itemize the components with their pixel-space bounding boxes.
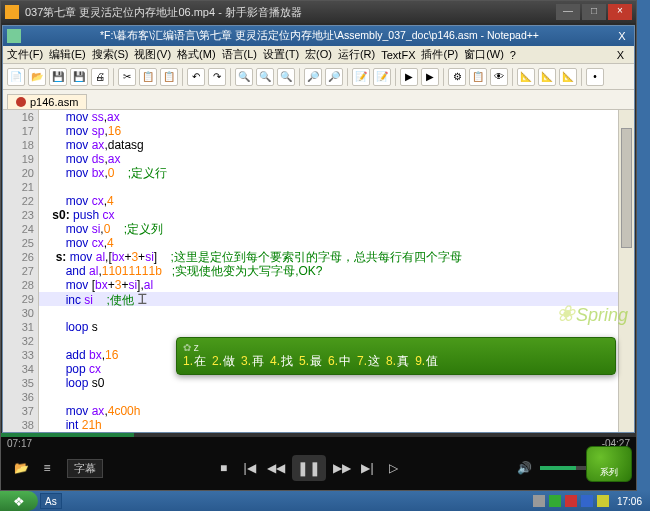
open-file-button[interactable]: 📂 <box>11 458 31 478</box>
progress-fill <box>1 433 134 437</box>
toolbar-button[interactable]: 📐 <box>559 68 577 86</box>
menu-item[interactable]: 插件(P) <box>421 47 458 62</box>
ime-candidate[interactable]: 4.找 <box>270 353 293 370</box>
toolbar-button[interactable]: 🔍 <box>277 68 295 86</box>
ime-candidate[interactable]: 3.再 <box>241 353 264 370</box>
ime-candidate[interactable]: 5.最 <box>299 353 322 370</box>
toolbar-button[interactable]: 📄 <box>7 68 25 86</box>
toolbar-button[interactable]: ⚙ <box>448 68 466 86</box>
player-window: 037第七章 更灵活定位内存地址06.mp4 - 射手影音播放器 — □ × *… <box>0 0 637 491</box>
toolbar-button[interactable]: 📐 <box>517 68 535 86</box>
toolbar-button[interactable]: ✂ <box>118 68 136 86</box>
player-min-button[interactable]: — <box>556 4 580 20</box>
toolbar-button[interactable]: 🔍 <box>235 68 253 86</box>
toolbar-button[interactable]: 👁 <box>490 68 508 86</box>
ime-candidate[interactable]: 1.在 <box>183 353 206 370</box>
toolbar-button[interactable]: 📝 <box>373 68 391 86</box>
toolbar-button[interactable]: 📋 <box>469 68 487 86</box>
playlist-button[interactable]: ≡ <box>37 458 57 478</box>
menu-item[interactable]: 搜索(S) <box>92 47 129 62</box>
subtitle-button[interactable]: 字幕 <box>67 459 103 478</box>
rewind-button[interactable]: ◀◀ <box>266 458 286 478</box>
tray-icon[interactable] <box>533 495 545 507</box>
mute-button[interactable]: 🔊 <box>514 458 534 478</box>
tray-icon[interactable] <box>581 495 593 507</box>
np-title: *F:\暮布客\汇编语言\第七章 更灵活定位内存地址\Assembly_037_… <box>25 29 614 43</box>
ime-candidates[interactable]: 1.在2.做3.再4.找5.最6.中7.这8.真9.值 <box>183 353 609 370</box>
toolbar-separator <box>395 68 396 86</box>
ime-candidate[interactable]: 8.真 <box>386 353 409 370</box>
volume-fill <box>540 466 576 470</box>
line-number-gutter: 1617181920212223242526272829303132333435… <box>3 110 39 432</box>
tray-icon[interactable] <box>565 495 577 507</box>
toolbar-button[interactable]: 📂 <box>28 68 46 86</box>
np-editor[interactable]: 1617181920212223242526272829303132333435… <box>3 110 634 432</box>
watermark-decor: Spring <box>556 301 626 341</box>
toolbar-button[interactable]: 💾 <box>70 68 88 86</box>
toolbar-separator <box>113 68 114 86</box>
player-max-button[interactable]: □ <box>582 4 606 20</box>
menu-item[interactable]: 窗口(W) <box>464 47 504 62</box>
unsaved-dot-icon <box>16 97 26 107</box>
np-menubar: 文件(F)编辑(E)搜索(S)视图(V)格式(M)语言(L)设置(T)宏(O)运… <box>3 46 634 64</box>
menu-item[interactable]: TextFX <box>381 49 415 61</box>
play-pause-button[interactable]: ❚❚ <box>292 455 326 481</box>
toolbar-button[interactable]: ▶ <box>400 68 418 86</box>
np-titlebar: *F:\暮布客\汇编语言\第七章 更灵活定位内存地址\Assembly_037_… <box>3 26 634 46</box>
toolbar-button[interactable]: 📋 <box>139 68 157 86</box>
menu-item[interactable]: 视图(V) <box>134 47 171 62</box>
toolbar-separator <box>347 68 348 86</box>
player-close-button[interactable]: × <box>608 4 632 20</box>
menu-item[interactable]: ? <box>510 49 516 61</box>
forward-button[interactable]: ▶▶ <box>332 458 352 478</box>
windows-taskbar: ❖ As 17:06 <box>0 491 650 511</box>
toolbar-button[interactable]: 🖨 <box>91 68 109 86</box>
ime-candidate-bar[interactable]: ✿ z 1.在2.做3.再4.找5.最6.中7.这8.真9.值 <box>176 337 616 375</box>
toolbar-button[interactable]: ▶ <box>421 68 439 86</box>
taskbar-item[interactable]: As <box>40 493 62 509</box>
scrollbar-thumb[interactable] <box>621 128 632 248</box>
toolbar-button[interactable]: 💾 <box>49 68 67 86</box>
code-area[interactable]: mov ss,ax mov sp,16 mov ax,datasg mov ds… <box>39 110 618 432</box>
np-close-button[interactable]: X <box>614 30 630 42</box>
np-tabbar: p146.asm <box>3 90 634 110</box>
start-button[interactable]: ❖ <box>0 491 38 511</box>
ime-candidate[interactable]: 9.值 <box>415 353 438 370</box>
ime-candidate[interactable]: 7.这 <box>357 353 380 370</box>
stop-button[interactable]: ■ <box>214 458 234 478</box>
menu-item[interactable]: 运行(R) <box>338 47 375 62</box>
menu-item[interactable]: 文件(F) <box>7 47 43 62</box>
next-button[interactable]: ▶| <box>358 458 378 478</box>
text-cursor-icon: Ꮖ <box>138 291 147 307</box>
progress-bar[interactable] <box>1 433 636 437</box>
ime-candidate[interactable]: 6.中 <box>328 353 351 370</box>
toolbar-button[interactable]: 🔍 <box>256 68 274 86</box>
toolbar-separator <box>512 68 513 86</box>
toolbar-separator <box>443 68 444 86</box>
toolbar-button[interactable]: ↶ <box>187 68 205 86</box>
menu-item[interactable]: 编辑(E) <box>49 47 86 62</box>
menu-item[interactable]: 宏(O) <box>305 47 332 62</box>
toolbar-button[interactable]: ↷ <box>208 68 226 86</box>
toolbar-button[interactable]: 🔎 <box>325 68 343 86</box>
prev-button[interactable]: |◀ <box>240 458 260 478</box>
ime-candidate[interactable]: 2.做 <box>212 353 235 370</box>
toolbar-button[interactable]: 📐 <box>538 68 556 86</box>
toolbar-button[interactable]: • <box>586 68 604 86</box>
toolbar-button[interactable]: 📝 <box>352 68 370 86</box>
menu-item[interactable]: 语言(L) <box>222 47 257 62</box>
series-button[interactable]: 系列 <box>586 446 632 482</box>
menu-close-x[interactable]: X <box>617 49 624 61</box>
taskbar-clock: 17:06 <box>613 496 646 507</box>
menu-item[interactable]: 格式(M) <box>177 47 216 62</box>
tray-icon[interactable] <box>597 495 609 507</box>
tray-icon[interactable] <box>549 495 561 507</box>
time-elapsed: 07:17 <box>7 438 32 449</box>
menu-item[interactable]: 设置(T) <box>263 47 299 62</box>
vertical-scrollbar[interactable] <box>618 110 634 432</box>
toolbar-button[interactable]: 📋 <box>160 68 178 86</box>
np-tab-label: p146.asm <box>30 96 78 108</box>
step-button[interactable]: ▷ <box>384 458 404 478</box>
toolbar-button[interactable]: 🔎 <box>304 68 322 86</box>
np-tab-active[interactable]: p146.asm <box>7 94 87 109</box>
